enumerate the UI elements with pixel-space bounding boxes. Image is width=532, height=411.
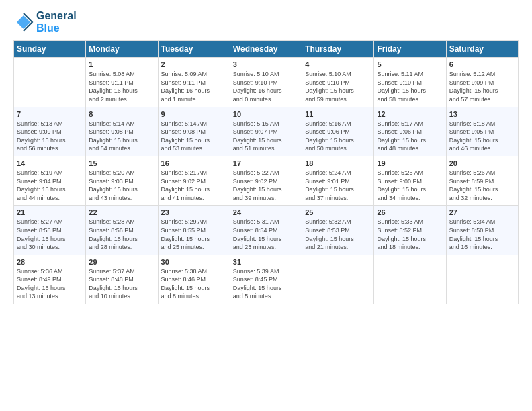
day-info: Sunrise: 5:36 AM Sunset: 8:49 PM Dayligh… [17,267,83,301]
day-number: 23 [161,208,227,216]
day-number: 7 [17,110,83,118]
weekday-header: Monday [86,41,158,58]
day-info: Sunrise: 5:13 AM Sunset: 9:09 PM Dayligh… [17,120,83,153]
calendar-cell: 18Sunrise: 5:24 AM Sunset: 9:01 PM Dayli… [302,156,374,205]
page: General Blue SundayMondayTuesdayWednesda… [0,0,532,411]
day-number: 17 [233,159,299,167]
day-number: 14 [17,159,83,167]
calendar-cell: 17Sunrise: 5:22 AM Sunset: 9:02 PM Dayli… [230,156,302,205]
calendar-cell: 12Sunrise: 5:17 AM Sunset: 9:06 PM Dayli… [374,107,446,156]
day-info: Sunrise: 5:20 AM Sunset: 9:03 PM Dayligh… [89,169,154,202]
day-info: Sunrise: 5:16 AM Sunset: 9:06 PM Dayligh… [305,120,371,153]
calendar-week-row: 14Sunrise: 5:19 AM Sunset: 9:04 PM Dayli… [14,156,519,205]
calendar-cell [374,255,446,304]
day-number: 31 [233,258,299,266]
day-info: Sunrise: 5:22 AM Sunset: 9:02 PM Dayligh… [233,169,299,202]
day-number: 27 [449,208,515,216]
day-info: Sunrise: 5:14 AM Sunset: 9:08 PM Dayligh… [161,120,227,153]
day-number: 15 [89,159,154,167]
day-number: 24 [233,208,299,216]
day-info: Sunrise: 5:27 AM Sunset: 8:58 PM Dayligh… [17,218,83,251]
logo: General Blue [13,10,77,34]
day-info: Sunrise: 5:10 AM Sunset: 9:10 PM Dayligh… [305,70,371,103]
day-number: 22 [89,208,154,216]
header: General Blue [13,10,519,34]
day-info: Sunrise: 5:15 AM Sunset: 9:07 PM Dayligh… [233,120,299,153]
day-info: Sunrise: 5:39 AM Sunset: 8:45 PM Dayligh… [233,267,299,301]
weekday-header-row: SundayMondayTuesdayWednesdayThursdayFrid… [14,41,519,58]
calendar-cell: 4Sunrise: 5:10 AM Sunset: 9:10 PM Daylig… [302,58,374,107]
day-number: 12 [377,110,443,118]
day-number: 8 [89,110,154,118]
day-number: 25 [305,208,371,216]
day-info: Sunrise: 5:08 AM Sunset: 9:11 PM Dayligh… [89,70,154,103]
day-number: 16 [161,159,227,167]
day-number: 30 [161,258,227,266]
calendar-table: SundayMondayTuesdayWednesdayThursdayFrid… [13,40,519,304]
day-info: Sunrise: 5:18 AM Sunset: 9:05 PM Dayligh… [449,120,515,153]
day-info: Sunrise: 5:38 AM Sunset: 8:46 PM Dayligh… [161,267,227,301]
day-number: 6 [449,60,515,68]
logo-icon [13,12,34,32]
day-number: 21 [17,208,83,216]
calendar-cell: 27Sunrise: 5:34 AM Sunset: 8:50 PM Dayli… [446,205,518,255]
day-number: 26 [377,208,443,216]
day-number: 18 [305,159,371,167]
day-info: Sunrise: 5:31 AM Sunset: 8:54 PM Dayligh… [233,218,299,251]
day-info: Sunrise: 5:29 AM Sunset: 8:55 PM Dayligh… [161,218,227,251]
weekday-header: Thursday [302,41,374,58]
day-info: Sunrise: 5:24 AM Sunset: 9:01 PM Dayligh… [305,169,371,202]
day-info: Sunrise: 5:12 AM Sunset: 9:09 PM Dayligh… [449,70,515,103]
calendar-cell: 22Sunrise: 5:28 AM Sunset: 8:56 PM Dayli… [86,205,158,255]
calendar-cell: 29Sunrise: 5:37 AM Sunset: 8:48 PM Dayli… [86,255,158,304]
calendar-cell: 9Sunrise: 5:14 AM Sunset: 9:08 PM Daylig… [158,107,230,156]
calendar-cell: 20Sunrise: 5:26 AM Sunset: 8:59 PM Dayli… [446,156,518,205]
calendar-cell: 16Sunrise: 5:21 AM Sunset: 9:02 PM Dayli… [158,156,230,205]
day-info: Sunrise: 5:10 AM Sunset: 9:10 PM Dayligh… [233,70,299,103]
weekday-header: Saturday [446,41,518,58]
calendar-cell: 2Sunrise: 5:09 AM Sunset: 9:11 PM Daylig… [158,58,230,107]
calendar-cell: 23Sunrise: 5:29 AM Sunset: 8:55 PM Dayli… [158,205,230,255]
calendar-cell: 24Sunrise: 5:31 AM Sunset: 8:54 PM Dayli… [230,205,302,255]
calendar-cell: 10Sunrise: 5:15 AM Sunset: 9:07 PM Dayli… [230,107,302,156]
day-number: 29 [89,258,154,266]
day-info: Sunrise: 5:11 AM Sunset: 9:10 PM Dayligh… [377,70,443,103]
calendar-cell: 26Sunrise: 5:33 AM Sunset: 8:52 PM Dayli… [374,205,446,255]
weekday-header: Wednesday [230,41,302,58]
day-info: Sunrise: 5:09 AM Sunset: 9:11 PM Dayligh… [161,70,227,103]
calendar-week-row: 7Sunrise: 5:13 AM Sunset: 9:09 PM Daylig… [14,107,519,156]
calendar-cell: 21Sunrise: 5:27 AM Sunset: 8:58 PM Dayli… [14,205,86,255]
day-info: Sunrise: 5:34 AM Sunset: 8:50 PM Dayligh… [449,218,515,251]
day-info: Sunrise: 5:25 AM Sunset: 9:00 PM Dayligh… [377,169,443,202]
day-number: 20 [449,159,515,167]
calendar-cell: 5Sunrise: 5:11 AM Sunset: 9:10 PM Daylig… [374,58,446,107]
day-number: 2 [161,60,227,68]
calendar-cell: 28Sunrise: 5:36 AM Sunset: 8:49 PM Dayli… [14,255,86,304]
day-number: 1 [89,60,154,68]
weekday-header: Tuesday [158,41,230,58]
calendar-week-row: 21Sunrise: 5:27 AM Sunset: 8:58 PM Dayli… [14,205,519,255]
day-info: Sunrise: 5:37 AM Sunset: 8:48 PM Dayligh… [89,267,154,301]
day-number: 13 [449,110,515,118]
day-number: 3 [233,60,299,68]
calendar-cell: 15Sunrise: 5:20 AM Sunset: 9:03 PM Dayli… [86,156,158,205]
calendar-week-row: 1Sunrise: 5:08 AM Sunset: 9:11 PM Daylig… [14,58,519,107]
calendar-cell: 11Sunrise: 5:16 AM Sunset: 9:06 PM Dayli… [302,107,374,156]
calendar-cell: 14Sunrise: 5:19 AM Sunset: 9:04 PM Dayli… [14,156,86,205]
calendar-cell: 8Sunrise: 5:14 AM Sunset: 9:08 PM Daylig… [86,107,158,156]
day-info: Sunrise: 5:32 AM Sunset: 8:53 PM Dayligh… [305,218,371,251]
calendar-cell: 30Sunrise: 5:38 AM Sunset: 8:46 PM Dayli… [158,255,230,304]
calendar-week-row: 28Sunrise: 5:36 AM Sunset: 8:49 PM Dayli… [14,255,519,304]
calendar-cell: 1Sunrise: 5:08 AM Sunset: 9:11 PM Daylig… [86,58,158,107]
day-info: Sunrise: 5:33 AM Sunset: 8:52 PM Dayligh… [377,218,443,251]
day-info: Sunrise: 5:17 AM Sunset: 9:06 PM Dayligh… [377,120,443,153]
calendar-cell: 3Sunrise: 5:10 AM Sunset: 9:10 PM Daylig… [230,58,302,107]
day-number: 4 [305,60,371,68]
calendar-cell: 25Sunrise: 5:32 AM Sunset: 8:53 PM Dayli… [302,205,374,255]
calendar-cell [302,255,374,304]
day-info: Sunrise: 5:28 AM Sunset: 8:56 PM Dayligh… [89,218,154,251]
calendar-cell: 13Sunrise: 5:18 AM Sunset: 9:05 PM Dayli… [446,107,518,156]
day-info: Sunrise: 5:14 AM Sunset: 9:08 PM Dayligh… [89,120,154,153]
calendar-cell: 6Sunrise: 5:12 AM Sunset: 9:09 PM Daylig… [446,58,518,107]
logo-text: General Blue [36,10,77,34]
